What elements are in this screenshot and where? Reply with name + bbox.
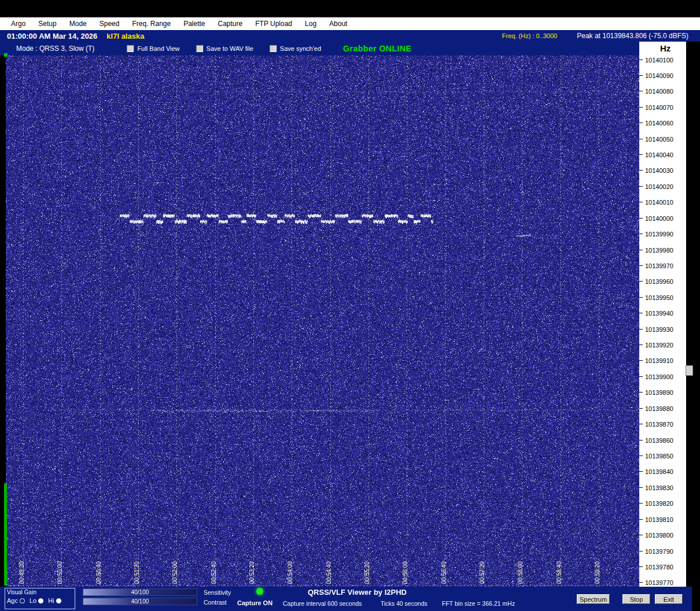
checkbox-save-synch-ed[interactable]: Save synch'ed bbox=[270, 45, 321, 52]
menu-item-ftp-upload[interactable]: FTP Upload bbox=[249, 18, 299, 29]
tick-mark-icon bbox=[639, 360, 643, 361]
menu-item-about[interactable]: About bbox=[323, 18, 353, 29]
visual-gain-group: Visual Gain AgcLoHi bbox=[5, 588, 75, 609]
freq-range-readout: Freq. (Hz) : 0..3000 bbox=[502, 32, 557, 39]
visual-gain-radios: AgcLoHi bbox=[7, 597, 73, 604]
freq-scale-value: 10139950 bbox=[645, 294, 673, 301]
tick-mark-icon bbox=[639, 535, 643, 535]
capture-progress-marker bbox=[4, 53, 8, 57]
tick-mark-icon bbox=[639, 75, 643, 76]
freq-scale-value: 10140090 bbox=[645, 72, 673, 79]
freq-scale-tick: 10140030 bbox=[639, 166, 673, 174]
freq-scale-tick: 10140050 bbox=[639, 135, 673, 143]
tick-mark-icon bbox=[639, 376, 643, 377]
sensitivity-label: Sensitivity bbox=[204, 589, 231, 596]
contrast-slider[interactable]: 40/100 bbox=[83, 598, 197, 605]
freq-scale-value: 10139970 bbox=[645, 262, 673, 269]
menu-item-capture[interactable]: Capture bbox=[212, 18, 249, 29]
radio-indicator-icon[interactable] bbox=[38, 598, 43, 603]
freq-scale-value: 10140030 bbox=[645, 167, 673, 174]
menu-item-palette[interactable]: Palette bbox=[177, 18, 211, 29]
freq-scale-value: 10139800 bbox=[645, 532, 673, 539]
tick-mark-icon bbox=[639, 313, 643, 313]
tick-mark-icon bbox=[639, 345, 643, 345]
gain-option-hi[interactable]: Hi bbox=[48, 597, 61, 604]
status-bar: Visual Gain AgcLoHi 40/100 40/100 Sensit… bbox=[0, 587, 692, 611]
freq-scale-tick: 10139920 bbox=[639, 341, 673, 349]
tick-mark-icon bbox=[639, 265, 643, 266]
freq-scale-tick: 10140000 bbox=[639, 214, 673, 222]
freq-scale-tick: 10139810 bbox=[639, 516, 673, 523]
grabber-status: Grabber ONLINE bbox=[343, 44, 411, 53]
capture-state-label: Capture ON bbox=[237, 599, 272, 606]
checkbox-save-to-wav-file[interactable]: Save to WAV file bbox=[196, 45, 253, 52]
tick-mark-icon bbox=[639, 107, 643, 108]
tick-mark-icon bbox=[639, 297, 643, 298]
freq-scale-tick: 10139960 bbox=[639, 277, 673, 285]
mode-label: Mode : QRSS 3, Slow (T) bbox=[16, 45, 94, 53]
freq-scale-value: 10139870 bbox=[645, 421, 673, 428]
freq-scale-value: 10139840 bbox=[645, 468, 673, 475]
freq-scale-value: 10139860 bbox=[645, 437, 673, 444]
checkbox-label: Save synch'ed bbox=[280, 45, 321, 52]
sensitivity-slider[interactable]: 40/100 bbox=[83, 588, 197, 596]
menu-item-setup[interactable]: Setup bbox=[32, 18, 62, 29]
tick-mark-icon bbox=[639, 281, 643, 282]
freq-scale-value: 10139810 bbox=[645, 516, 673, 523]
freq-scale-tick: 10140010 bbox=[639, 198, 673, 206]
freq-scale-value: 10139990 bbox=[645, 231, 673, 238]
freq-scale-value: 10139980 bbox=[645, 247, 673, 254]
tick-mark-icon bbox=[639, 440, 643, 440]
contrast-label: Contrast bbox=[204, 599, 227, 606]
menu-bar: ArgoSetupModeSpeedFreq. RangePaletteCapt… bbox=[0, 17, 700, 30]
gain-option-agc[interactable]: Agc bbox=[7, 597, 25, 604]
menu-item-mode[interactable]: Mode bbox=[63, 18, 93, 29]
tick-mark-icon bbox=[639, 456, 643, 456]
title-bar: 01:00:00 AM Mar 14, 2026 kl7l alaska Fre… bbox=[0, 30, 700, 42]
checkbox-box[interactable] bbox=[196, 45, 203, 52]
menu-item-log[interactable]: Log bbox=[299, 18, 323, 29]
checkbox-label: Save to WAV file bbox=[207, 45, 253, 52]
exit-button[interactable]: Exit bbox=[655, 594, 683, 604]
gain-option-lo[interactable]: Lo bbox=[30, 597, 43, 604]
tick-mark-icon bbox=[639, 551, 643, 551]
freq-scale-tick: 10140090 bbox=[639, 72, 673, 79]
stop-button[interactable]: Stop bbox=[622, 594, 650, 604]
freq-scale-value: 10139830 bbox=[645, 484, 673, 491]
freq-scale-tick: 10139980 bbox=[639, 246, 673, 254]
freq-scale-tick: 10139950 bbox=[639, 294, 673, 301]
statusbar-buttons: SpectrumStopExit bbox=[577, 594, 683, 604]
ticks-label: Ticks 40 seconds bbox=[381, 600, 428, 607]
menu-item-freq-range[interactable]: Freq. Range bbox=[126, 18, 177, 29]
freq-scale-value: 10139770 bbox=[645, 579, 673, 586]
waterfall-display[interactable] bbox=[6, 55, 639, 587]
radio-indicator-icon[interactable] bbox=[56, 598, 61, 603]
tick-mark-icon bbox=[639, 471, 643, 472]
radio-indicator-icon[interactable] bbox=[20, 598, 25, 603]
freq-scale-value: 10139910 bbox=[645, 357, 673, 364]
freq-scale-value: 10140020 bbox=[645, 183, 673, 190]
checkbox-box[interactable] bbox=[270, 45, 277, 52]
freq-scale-value: 10140000 bbox=[645, 215, 673, 222]
spectrum-button[interactable]: Spectrum bbox=[577, 594, 610, 604]
tick-mark-icon bbox=[639, 139, 643, 139]
tick-mark-icon bbox=[639, 487, 643, 488]
freq-scale-value: 10140100 bbox=[645, 57, 673, 64]
tick-mark-icon bbox=[639, 250, 643, 250]
freq-scale-tick: 10139860 bbox=[639, 436, 673, 444]
freq-scale-tick: 10139820 bbox=[639, 499, 673, 507]
freq-scale-tick: 10140070 bbox=[639, 103, 673, 111]
freq-scale-tick: 10139850 bbox=[639, 452, 673, 460]
menu-item-argo[interactable]: Argo bbox=[5, 18, 32, 29]
checkbox-box[interactable] bbox=[127, 45, 134, 52]
checkbox-full-band-view[interactable]: Full Band View bbox=[127, 45, 179, 52]
freq-scale-value: 10139960 bbox=[645, 278, 673, 285]
freq-scale-tick: 10139900 bbox=[639, 373, 673, 380]
tick-mark-icon bbox=[639, 329, 643, 329]
freq-scale-tick: 10139970 bbox=[639, 262, 673, 269]
waterfall-area: 00:49:2000:50:0000:50:4000:51:2000:52:00… bbox=[6, 55, 639, 587]
tick-mark-icon bbox=[639, 186, 643, 187]
scrollbar-thumb[interactable] bbox=[686, 365, 693, 376]
menu-item-speed[interactable]: Speed bbox=[93, 18, 126, 29]
freq-scale-value: 10140070 bbox=[645, 104, 673, 111]
